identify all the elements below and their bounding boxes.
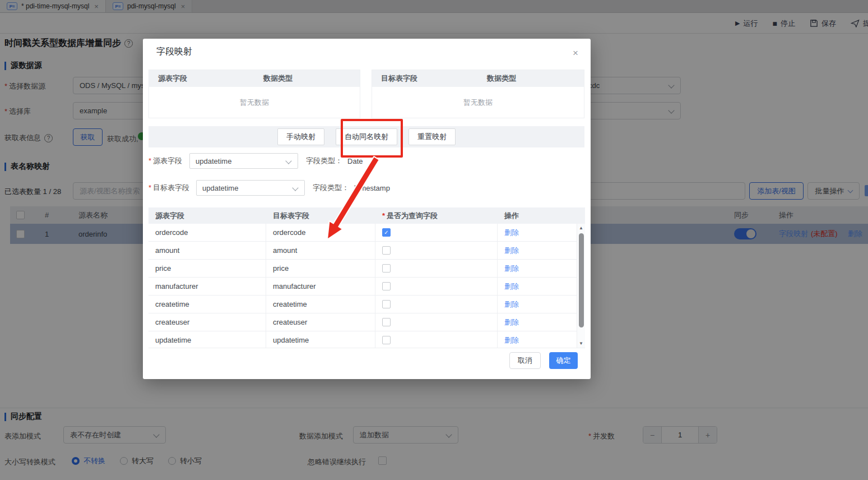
- scroll-up-icon[interactable]: ▲: [577, 225, 585, 230]
- query-field-cell: [375, 331, 498, 348]
- mapping-row: createtimecreatetime删除: [148, 296, 585, 313]
- app-window: P≈ * pdi-time-mysql-mysql × P≈ pdi-mysql…: [0, 0, 868, 480]
- source-fields-table-header: 源表字段 数据类型: [149, 70, 360, 87]
- query-field-cell: [375, 296, 498, 313]
- manual-mapping-button[interactable]: 手动映射: [277, 128, 324, 145]
- delete-link[interactable]: 删除: [504, 335, 519, 345]
- col-data-type: 数据类型: [254, 73, 360, 84]
- mapping-source-field: price: [148, 260, 266, 277]
- mapping-source-field: manufacturer: [148, 278, 266, 295]
- query-field-checkbox[interactable]: [382, 246, 391, 255]
- mapping-target-field: price: [266, 260, 375, 277]
- mapping-source-field: amount: [148, 242, 266, 259]
- chevron-down-icon: [292, 184, 298, 191]
- mapping-target-field: updatetime: [266, 331, 375, 348]
- reset-mapping-button[interactable]: 重置映射: [409, 128, 456, 145]
- query-field-cell: [375, 313, 498, 331]
- required-marker: *: [148, 183, 151, 192]
- action-cell: 删除: [498, 278, 577, 295]
- action-cell: 删除: [498, 224, 577, 241]
- col-target-field: 目标表字段: [372, 73, 478, 84]
- query-field-cell: [375, 260, 498, 277]
- source-fields-table: 源表字段 数据类型 暂无数据: [148, 70, 360, 118]
- query-field-checkbox[interactable]: [382, 282, 391, 290]
- query-field-checkbox[interactable]: [382, 264, 391, 273]
- mapping-row: manufacturermanufacturer删除: [148, 278, 585, 296]
- action-cell: 删除: [498, 242, 577, 259]
- action-cell: 删除: [498, 296, 577, 313]
- required-marker: *: [148, 156, 151, 165]
- mapping-source-field: createtime: [148, 296, 266, 313]
- col-query-field: * 是否为查询字段: [375, 207, 498, 224]
- action-cell: 删除: [498, 313, 577, 331]
- cancel-button[interactable]: 取消: [509, 352, 541, 369]
- chevron-down-icon: [285, 158, 291, 164]
- mapping-row: priceprice删除: [148, 260, 585, 278]
- confirm-button[interactable]: 确定: [549, 352, 578, 369]
- empty-state: 暂无数据: [149, 87, 360, 118]
- delete-link[interactable]: 删除: [504, 246, 519, 256]
- query-field-cell: ✓: [375, 224, 498, 241]
- source-field-label: 源表字段: [153, 156, 182, 165]
- action-cell: 删除: [498, 331, 577, 348]
- target-field-select[interactable]: updatetime: [196, 180, 305, 196]
- mapping-source-field: ordercode: [148, 224, 266, 241]
- delete-link[interactable]: 删除: [504, 317, 519, 327]
- action-cell: 删除: [498, 260, 577, 277]
- mapping-target-field: manufacturer: [266, 278, 375, 295]
- col-action: 操作: [498, 207, 577, 224]
- target-fields-table: 目标表字段 数据类型 暂无数据: [372, 70, 584, 118]
- delete-link[interactable]: 删除: [504, 264, 519, 274]
- mapping-source-field: createuser: [148, 313, 266, 331]
- query-field-checkbox[interactable]: [382, 336, 391, 344]
- col-source-field: 源表字段: [148, 207, 266, 224]
- source-field-select[interactable]: updatetime: [189, 153, 298, 169]
- query-field-cell: [375, 278, 498, 295]
- close-icon[interactable]: ×: [573, 48, 578, 59]
- mapping-source-field: updatetime: [148, 331, 266, 348]
- source-field-value: updatetime: [196, 157, 231, 165]
- delete-link[interactable]: 删除: [504, 228, 519, 238]
- delete-link[interactable]: 删除: [504, 281, 519, 292]
- empty-state: 暂无数据: [372, 87, 584, 118]
- delete-link[interactable]: 删除: [504, 299, 519, 310]
- mapping-row: updatetimeupdatetime删除: [148, 331, 585, 348]
- target-field-value: updatetime: [202, 184, 238, 192]
- annotation-arrow: [314, 151, 392, 247]
- mapping-target-field: createuser: [266, 313, 375, 331]
- query-field-checkbox[interactable]: [382, 318, 391, 326]
- mapping-target-field: createtime: [266, 296, 375, 313]
- scrollbar-thumb[interactable]: [579, 233, 584, 327]
- dialog-title: 字段映射: [156, 46, 192, 58]
- query-field-cell: [375, 242, 498, 259]
- scroll-down-icon[interactable]: ▼: [577, 341, 585, 346]
- scrollbar[interactable]: ▲ ▼: [577, 224, 585, 348]
- col-data-type: 数据类型: [478, 73, 584, 84]
- query-field-checkbox[interactable]: [382, 300, 391, 308]
- col-source-field: 源表字段: [149, 73, 254, 84]
- target-field-label: 目标表字段: [153, 183, 189, 192]
- mapping-row: createusercreateuser删除: [148, 313, 585, 331]
- target-fields-table-header: 目标表字段 数据类型: [372, 70, 584, 87]
